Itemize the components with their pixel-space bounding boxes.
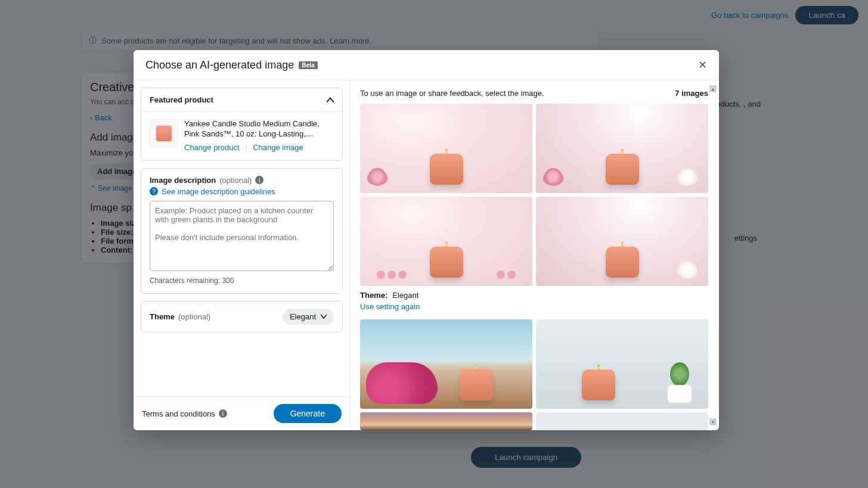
generated-image-6[interactable] bbox=[536, 319, 708, 409]
candle-icon bbox=[430, 247, 463, 278]
theme-optional-label: (optional) bbox=[178, 312, 210, 321]
change-product-link[interactable]: Change product bbox=[184, 143, 240, 152]
info-icon[interactable]: i bbox=[219, 409, 227, 418]
scrollbar[interactable]: ▴ ▾ bbox=[709, 85, 717, 425]
help-icon[interactable]: ? bbox=[150, 187, 158, 195]
candle-icon bbox=[460, 369, 493, 400]
info-icon[interactable]: i bbox=[255, 176, 264, 184]
featured-product-header[interactable]: Featured product bbox=[141, 88, 342, 111]
flowers-icon bbox=[366, 362, 438, 404]
product-name: Yankee Candle Studio Medium Candle, Pink… bbox=[184, 119, 334, 139]
rose-icon bbox=[368, 168, 386, 186]
rose-icon bbox=[678, 168, 696, 186]
roses-icon bbox=[377, 271, 407, 279]
plant-icon bbox=[662, 355, 698, 403]
generated-image-placeholder bbox=[536, 412, 708, 430]
theme-card: Theme (optional) Elegant bbox=[141, 301, 343, 332]
ai-image-modal: Choose an AI-generated image Beta ✕ Feat… bbox=[134, 50, 719, 430]
terms-link[interactable]: Terms and conditions bbox=[142, 409, 215, 418]
theme-label: Theme bbox=[150, 312, 175, 321]
theme-display: Theme:Elegant bbox=[360, 291, 708, 300]
generated-image-3[interactable] bbox=[360, 197, 532, 286]
image-description-label: Image description bbox=[150, 176, 216, 185]
rose-icon bbox=[678, 261, 696, 279]
optional-label: (optional) bbox=[219, 176, 252, 185]
generated-image-7[interactable] bbox=[360, 412, 532, 430]
character-count: Characters remaining: 300 bbox=[150, 276, 334, 285]
beta-badge: Beta bbox=[299, 61, 318, 69]
scroll-down-icon[interactable]: ▾ bbox=[709, 418, 717, 425]
chevron-up-icon bbox=[327, 97, 334, 104]
description-input[interactable] bbox=[150, 201, 334, 271]
close-icon[interactable]: ✕ bbox=[698, 58, 707, 72]
roses-icon bbox=[497, 271, 516, 279]
image-count: 7 images bbox=[675, 89, 708, 98]
scroll-up-icon[interactable]: ▴ bbox=[709, 85, 717, 92]
generate-button[interactable]: Generate bbox=[274, 404, 342, 423]
chevron-down-icon bbox=[321, 313, 327, 319]
featured-product-card: Featured product Yankee Candle Studio Me… bbox=[141, 88, 343, 161]
change-image-link[interactable]: Change image bbox=[253, 143, 303, 152]
use-setting-again-link[interactable]: Use setting again bbox=[360, 302, 420, 311]
generated-image-4[interactable] bbox=[536, 197, 708, 286]
candle-icon bbox=[606, 154, 639, 185]
instruction-text: To use an image or share feedback, selec… bbox=[360, 89, 544, 98]
candle-icon bbox=[430, 154, 463, 185]
rose-icon bbox=[544, 168, 562, 186]
generated-image-5[interactable] bbox=[360, 319, 532, 409]
image-description-card: Image description (optional) i ? See ima… bbox=[141, 168, 343, 294]
candle-icon bbox=[606, 247, 639, 278]
theme-select[interactable]: Elegant bbox=[283, 309, 334, 325]
modal-title: Choose an AI-generated image Beta bbox=[145, 59, 318, 72]
generated-image-2[interactable] bbox=[536, 104, 708, 193]
generated-image-1[interactable] bbox=[360, 104, 532, 193]
product-thumbnail bbox=[150, 119, 178, 148]
guidelines-link[interactable]: See image description guidelines bbox=[162, 187, 275, 196]
candle-icon bbox=[582, 369, 615, 400]
